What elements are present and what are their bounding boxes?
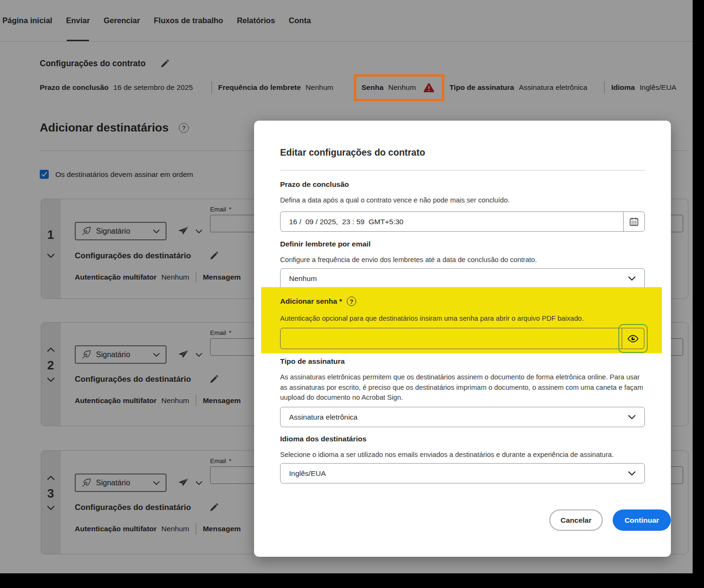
reminder-select-value: Nenhum: [289, 274, 317, 283]
add-password-heading: Adicionar senha * ?: [280, 297, 356, 306]
deadline-date-value[interactable]: 16 / 09 / 2025, 23 : 59 GMT+5:30: [281, 212, 623, 231]
language-select[interactable]: Inglês/EUA: [280, 463, 645, 483]
reminder-description: Configure a frequência de envio dos lemb…: [280, 255, 643, 265]
add-password-description: Autenticação opcional para que destinatá…: [280, 314, 643, 324]
chevron-down-icon: [628, 274, 636, 283]
chevron-down-icon: [628, 469, 636, 478]
edit-contract-settings-modal: Editar configurações do contrato Prazo d…: [254, 121, 671, 557]
password-annotation-box: [354, 74, 444, 101]
add-password-heading-text: Adicionar senha *: [280, 297, 342, 306]
modal-title: Editar configurações do contrato: [280, 147, 425, 158]
signature-type-heading: Tipo de assinatura: [280, 357, 345, 366]
deadline-date-field[interactable]: 16 / 09 / 2025, 23 : 59 GMT+5:30: [280, 211, 645, 232]
signature-type-select-value: Assinatura eletrônica: [289, 413, 358, 421]
continue-button[interactable]: Continuar: [613, 509, 671, 531]
reminder-heading: Definir lembrete por email: [280, 240, 370, 248]
language-heading: Idioma dos destinatários: [280, 435, 367, 443]
language-description: Selecione o idioma a ser utilizado nos e…: [280, 450, 643, 460]
signature-type-select[interactable]: Assinatura eletrônica: [280, 407, 645, 427]
screen: { "nav": { "items": [ { "label": "Página…: [0, 0, 704, 588]
modal-button-row: Cancelar Continuar: [280, 509, 645, 531]
deadline-description: Defina a data após a qual o contrato ven…: [280, 195, 643, 206]
language-select-value: Inglês/EUA: [289, 469, 326, 478]
reminder-select[interactable]: Nenhum: [280, 268, 645, 289]
cancel-button[interactable]: Cancelar: [549, 509, 603, 531]
deadline-heading: Prazo de conclusão: [280, 180, 349, 189]
eye-annotation-outline: [618, 324, 648, 353]
password-input[interactable]: [280, 328, 622, 349]
chevron-down-icon: [628, 413, 636, 421]
password-help-icon[interactable]: ?: [347, 297, 356, 306]
signature-type-description: As assinaturas eletrônicas permitem que …: [280, 372, 643, 403]
calendar-icon[interactable]: [623, 212, 644, 231]
modal-title-divider: [280, 170, 645, 171]
